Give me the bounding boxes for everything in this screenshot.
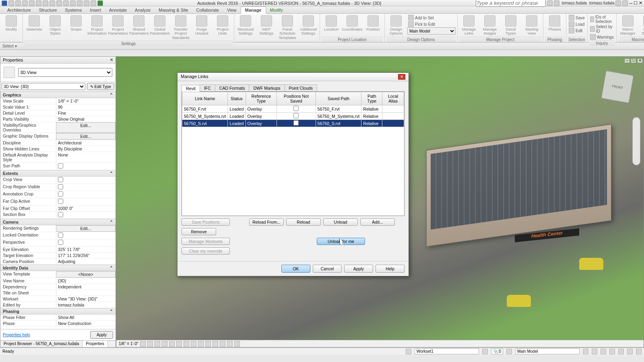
ribbon-button-mep-settings[interactable]: MEPSettings	[257, 14, 276, 37]
prop-section-phasing[interactable]: Phasing⌃	[0, 308, 116, 315]
prop-section-extents[interactable]: Extents⌃	[0, 170, 116, 177]
table-cell[interactable]: 56750_S.rvt	[316, 120, 361, 127]
ribbon-button-additional-settings[interactable]: AdditionalSettings	[299, 14, 318, 37]
prop-value[interactable]: Edit...	[56, 133, 116, 140]
prop-value[interactable]: <None>	[56, 271, 116, 278]
prop-value[interactable]: 1000' 0"	[56, 206, 116, 211]
minimize-button[interactable]: ─	[629, 1, 632, 6]
dlg-btn-clear-my-override[interactable]: Clear my override	[182, 247, 230, 255]
open-icon[interactable]	[8, 0, 14, 6]
ribbon-button-location[interactable]: Location	[322, 14, 341, 32]
ribbon-button-manage-images[interactable]: ManageImages	[480, 14, 500, 37]
close-windows-icon[interactable]	[91, 0, 96, 6]
thin-lines-icon[interactable]	[84, 0, 89, 6]
ribbon-button-modify[interactable]: Modify	[2, 14, 21, 32]
dlg-btn-unload-for-me[interactable]: Unload for me	[317, 238, 365, 245]
prop-value[interactable]: None	[56, 152, 116, 162]
prop-value[interactable]: By Discipline	[56, 146, 116, 152]
ribbon-button-panel-schedule-templates[interactable]: PanelSchedule Templates	[278, 14, 297, 41]
prop-value[interactable]: Edit...	[56, 225, 116, 232]
table-cell[interactable]: Overlay	[246, 120, 277, 127]
search-input[interactable]	[476, 0, 546, 7]
ribbon-button-design-options[interactable]: DesignOptions	[386, 14, 406, 37]
dlg-ok-button[interactable]: OK	[281, 265, 310, 273]
vp-close-icon[interactable]: ✕	[637, 58, 643, 63]
filter-icon[interactable]	[506, 349, 512, 354]
visual-style-icon[interactable]	[147, 341, 153, 347]
dialog-tab-ifc[interactable]: IFC	[200, 84, 215, 91]
app-menu-icon[interactable]	[2, 0, 7, 6]
ribbon-button-shared-parameters[interactable]: SharedParameters	[129, 14, 149, 37]
ribbon-tab-view[interactable]: View	[223, 7, 241, 13]
dlg-cancel-button[interactable]: Cancel	[313, 265, 342, 273]
ribbon-small-save[interactable]: Save	[568, 14, 586, 21]
prop-value[interactable]	[56, 184, 116, 191]
instance-filter[interactable]: 3D View: {3D}	[2, 83, 85, 90]
prop-value[interactable]: 325' 11 7/8"	[56, 247, 116, 252]
vp-maximize-icon[interactable]: ☐	[631, 58, 636, 63]
properties-close-icon[interactable]: ✕	[110, 58, 113, 62]
viewcube[interactable]: FRONT	[601, 70, 634, 103]
active-workset[interactable]: Workset1	[415, 348, 479, 354]
properties-help-link[interactable]: Properties help	[3, 333, 30, 337]
dlg-btn-manage-worksets[interactable]: Manage Worksets	[182, 238, 230, 245]
dialog-tab-cad-formats[interactable]: CAD Formats	[215, 84, 250, 91]
dlg-btn-remove[interactable]: Remove	[182, 228, 216, 235]
prop-section-graphics[interactable]: Graphics⌃	[0, 92, 116, 98]
ribbon-tab-collaborate[interactable]: Collaborate	[192, 7, 223, 13]
redo-icon[interactable]	[36, 0, 41, 6]
highlight-icon[interactable]	[227, 341, 233, 347]
sun-path-icon[interactable]	[155, 341, 160, 347]
prop-value[interactable]	[56, 163, 116, 170]
workset-icon[interactable]	[406, 349, 411, 354]
dialog-tab-revit[interactable]: Revit	[182, 85, 200, 92]
dlg-apply-button[interactable]: Apply	[344, 265, 373, 273]
user-label[interactable]: tomasz.fudala	[562, 1, 587, 5]
prop-value[interactable]: 177' 11 229/256"	[56, 253, 116, 258]
dlg-btn-reload[interactable]: Reload	[286, 218, 321, 226]
table-header[interactable]: Status	[228, 92, 246, 105]
table-cell[interactable]: Overlay	[246, 113, 277, 120]
subscription-icon[interactable]	[547, 0, 553, 6]
table-cell[interactable]: 56750_M_Systems.rvt	[182, 113, 228, 120]
constraints-icon[interactable]	[234, 341, 240, 347]
prop-value[interactable]: Show All	[56, 315, 116, 320]
ribbon-button-object-styles[interactable]: ObjectStyles	[45, 14, 65, 37]
prop-value[interactable]: Fine	[56, 110, 116, 116]
table-cell[interactable]: Overlay	[246, 105, 277, 113]
prop-value[interactable]	[56, 198, 116, 205]
view-scale[interactable]: 1/8" = 1'-0"	[119, 341, 138, 346]
drag-elements-icon[interactable]	[618, 349, 624, 354]
ribbon-button-decal-types[interactable]: DecalTypes	[501, 14, 520, 37]
maximize-button[interactable]: ☐	[634, 0, 638, 6]
help-icon[interactable]	[622, 0, 628, 6]
prop-value[interactable]: Show Original	[56, 116, 116, 122]
close-button[interactable]: ✕	[639, 0, 642, 6]
ribbon-tab-insert[interactable]: Insert	[86, 7, 105, 13]
ribbon-tab-architecture[interactable]: Architecture	[3, 7, 35, 13]
prop-value[interactable]: New Construction	[56, 321, 116, 326]
prop-value[interactable]: Architectural	[56, 140, 116, 146]
ribbon-button-manage-links[interactable]: ManageLinks	[459, 14, 479, 37]
table-cell[interactable]: 56750_F.rvt	[182, 105, 228, 113]
dimension-icon[interactable]	[56, 0, 62, 6]
dialog-close-button[interactable]: ✕	[398, 74, 405, 80]
ribbon-button-project-units[interactable]: ProjectUnits	[213, 14, 232, 37]
prop-value[interactable]	[56, 232, 116, 239]
dlg-btn-unload[interactable]: Unload	[323, 218, 358, 226]
ribbon-button-transfer-project-standards[interactable]: TransferProject Standards	[171, 14, 190, 41]
shadows-icon[interactable]	[162, 341, 167, 347]
ribbon-button-project-parameters[interactable]: ProjectParameters	[108, 14, 128, 37]
table-cell[interactable]: 56750_M_Systems.rvt	[316, 113, 361, 120]
lock-icon[interactable]	[191, 341, 196, 347]
rendering-icon[interactable]	[169, 341, 175, 347]
ribbon-button-phases[interactable]: Phases	[545, 14, 564, 32]
sync-icon[interactable]	[22, 0, 28, 6]
prop-value[interactable]: 1/8" = 1'-0"	[56, 98, 116, 104]
ribbon-small-load[interactable]: Load	[568, 21, 586, 27]
prop-value[interactable]: tomasz.fudala	[56, 302, 116, 308]
table-header[interactable]: Link Name	[182, 92, 228, 105]
panel-tab-properties[interactable]: Properties	[83, 341, 108, 347]
table-cell[interactable]: Relative	[361, 120, 382, 127]
reveal-icon[interactable]	[205, 341, 211, 347]
